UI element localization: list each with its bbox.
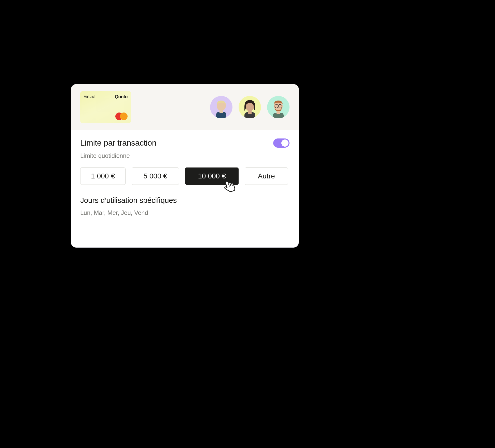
daily-limit-label: Limite quotidienne <box>80 152 290 159</box>
settings-panel: Virtual Qonto <box>71 84 299 248</box>
panel-header: Virtual Qonto <box>71 84 299 130</box>
usage-days-title: Jours d’utilisation spécifiques <box>80 196 290 205</box>
transaction-limit-title: Limite par transaction <box>80 138 156 148</box>
toggle-knob <box>281 139 288 147</box>
user-avatars <box>210 96 290 118</box>
panel-body: Limite par transaction Limite quotidienn… <box>71 130 299 216</box>
svg-rect-11 <box>277 111 280 114</box>
mastercard-icon <box>115 113 128 120</box>
amount-options: 1 000 € 5 000 € 10 000 € Autre <box>80 167 290 185</box>
virtual-card: Virtual Qonto <box>80 91 131 123</box>
amount-option-other[interactable]: Autre <box>245 167 288 185</box>
card-brand-label: Qonto <box>115 94 128 100</box>
svg-rect-5 <box>248 110 252 114</box>
avatar[interactable] <box>267 96 290 118</box>
transaction-limit-toggle[interactable] <box>273 138 290 148</box>
amount-option-1000[interactable]: 1 000 € <box>80 167 126 185</box>
avatar[interactable] <box>239 96 261 118</box>
amount-option-10000[interactable]: 10 000 € <box>185 167 239 185</box>
avatar[interactable] <box>210 96 232 118</box>
transaction-limit-row: Limite par transaction <box>80 138 290 148</box>
usage-days-list: Lun, Mar, Mer, Jeu, Vend <box>80 209 290 216</box>
amount-option-5000[interactable]: 5 000 € <box>132 167 179 185</box>
svg-rect-2 <box>219 110 223 113</box>
